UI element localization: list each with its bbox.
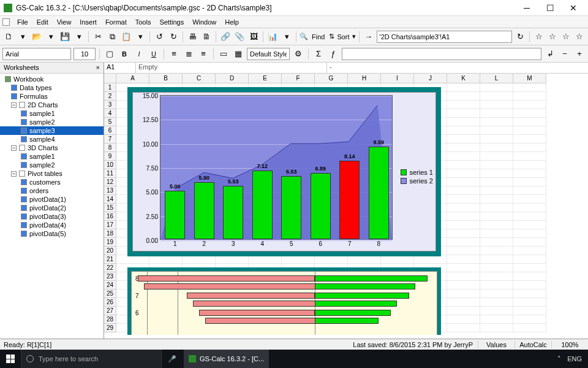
row-header[interactable]: 22 bbox=[104, 264, 116, 272]
taskbar-search[interactable]: Type here to search bbox=[21, 350, 162, 368]
col-header[interactable]: H bbox=[348, 74, 381, 83]
align-right-button[interactable]: ≡ bbox=[197, 48, 209, 60]
save-button[interactable]: 💾 bbox=[59, 31, 71, 43]
chart-bar-area[interactable]: 0.002.505.007.5010.0012.5015.005.0015.90… bbox=[127, 87, 441, 256]
menu-insert[interactable]: Insert bbox=[76, 17, 100, 27]
star-1[interactable]: ☆ bbox=[533, 31, 545, 43]
sum-button[interactable]: Σ bbox=[312, 48, 325, 60]
italic-button[interactable]: I bbox=[133, 48, 145, 60]
style-select[interactable] bbox=[247, 48, 290, 60]
row-header[interactable]: 18 bbox=[104, 229, 116, 238]
row-header[interactable]: 17 bbox=[104, 221, 116, 229]
plus-button[interactable]: + bbox=[573, 48, 586, 60]
find-box[interactable]: 🔍 Find bbox=[300, 33, 327, 40]
star-4[interactable]: ☆ bbox=[573, 31, 586, 43]
col-header[interactable]: E bbox=[249, 74, 282, 83]
col-header[interactable]: C bbox=[183, 74, 216, 83]
row-header[interactable]: 14 bbox=[104, 195, 116, 204]
row-header[interactable]: 26 bbox=[104, 298, 116, 307]
attach-button[interactable]: 📎 bbox=[233, 31, 246, 43]
chart-button[interactable]: 📊 bbox=[266, 31, 279, 43]
row-header[interactable]: 20 bbox=[104, 247, 116, 255]
col-header[interactable]: J bbox=[414, 74, 447, 83]
print-button[interactable]: 🖶 bbox=[186, 31, 198, 43]
menu-settings[interactable]: Settings bbox=[156, 17, 187, 27]
cut-button[interactable]: ✂ bbox=[92, 31, 104, 43]
tree-leaf[interactable]: sample1 bbox=[0, 152, 104, 161]
align-left-button[interactable]: ≡ bbox=[168, 48, 180, 60]
col-header[interactable]: B bbox=[149, 74, 183, 83]
row-header[interactable]: 12 bbox=[104, 178, 116, 186]
tree-leaf[interactable]: orders bbox=[0, 186, 104, 195]
star-3[interactable]: ☆ bbox=[560, 31, 572, 43]
col-header[interactable]: M bbox=[513, 74, 546, 83]
menu-help[interactable]: Help bbox=[221, 17, 243, 27]
tree-leaf[interactable]: pivotData(4) bbox=[0, 221, 104, 229]
new-button[interactable]: 🗋 bbox=[2, 31, 15, 43]
font-size-select[interactable] bbox=[74, 48, 96, 60]
row-header[interactable]: 15 bbox=[104, 204, 116, 212]
status-zoom[interactable]: 100% bbox=[551, 341, 588, 348]
tree-group[interactable]: Formulas bbox=[0, 92, 104, 101]
row-header[interactable]: 2 bbox=[104, 92, 116, 101]
menu-edit[interactable]: Edit bbox=[33, 17, 52, 27]
align-center-button[interactable]: ≣ bbox=[183, 48, 195, 60]
row-header[interactable]: 1 bbox=[104, 83, 116, 92]
fx-button[interactable]: ƒ bbox=[327, 48, 339, 60]
underline-button[interactable]: U bbox=[148, 48, 160, 60]
col-header[interactable]: I bbox=[381, 74, 414, 83]
menu-file[interactable]: File bbox=[13, 17, 32, 27]
row-header[interactable]: 11 bbox=[104, 169, 116, 178]
row-header[interactable]: 5 bbox=[104, 118, 116, 126]
row-header[interactable]: 7 bbox=[104, 135, 116, 144]
sort-box[interactable]: ⇅ Sort ▾ bbox=[329, 33, 355, 40]
link-button[interactable]: 🔗 bbox=[219, 31, 232, 43]
tree-leaf[interactable]: customers bbox=[0, 178, 104, 186]
star-2[interactable]: ☆ bbox=[546, 31, 559, 43]
redo-button[interactable]: ↻ bbox=[167, 31, 179, 43]
tree-group[interactable]: −3D Charts bbox=[0, 144, 104, 152]
open-button[interactable]: 📂 bbox=[31, 31, 43, 43]
undo-button[interactable]: ↺ bbox=[153, 31, 165, 43]
row-headers[interactable]: 1234567891011121314151617181920212223242… bbox=[104, 83, 116, 332]
enter-button[interactable]: ↲ bbox=[544, 48, 556, 60]
row-header[interactable]: 21 bbox=[104, 255, 116, 264]
start-button[interactable] bbox=[0, 350, 21, 368]
new-dropdown[interactable]: ▾ bbox=[17, 31, 29, 43]
spreadsheet-grid[interactable]: ABCDEFGHIJKLM 12345678910111213141516171… bbox=[104, 74, 588, 339]
tree-group[interactable]: −Pivot tables bbox=[0, 169, 104, 178]
fill-color-button[interactable]: ▭ bbox=[217, 48, 230, 60]
open-dropdown[interactable]: ▾ bbox=[45, 31, 57, 43]
copy-button[interactable]: ⧉ bbox=[106, 31, 118, 43]
row-header[interactable]: 25 bbox=[104, 289, 116, 298]
border-button[interactable]: ▢ bbox=[104, 48, 116, 60]
table-button[interactable]: ▦ bbox=[232, 48, 244, 60]
chart-dropdown[interactable]: ▾ bbox=[281, 31, 293, 43]
row-header[interactable]: 29 bbox=[104, 324, 116, 332]
col-header[interactable]: G bbox=[315, 74, 348, 83]
col-header[interactable]: D bbox=[216, 74, 249, 83]
bold-button[interactable]: B bbox=[118, 48, 130, 60]
row-header[interactable]: 6 bbox=[104, 126, 116, 135]
row-header[interactable]: 27 bbox=[104, 307, 116, 315]
menu-window[interactable]: Window bbox=[189, 17, 220, 27]
row-header[interactable]: 24 bbox=[104, 281, 116, 289]
mic-icon[interactable]: 🎤 bbox=[162, 355, 183, 363]
menu-format[interactable]: Format bbox=[102, 17, 130, 27]
save-dropdown[interactable]: ▾ bbox=[73, 31, 85, 43]
tree-group[interactable]: −2D Charts bbox=[0, 101, 104, 109]
minus-button[interactable]: − bbox=[559, 48, 571, 60]
tree-leaf[interactable]: pivotData(3) bbox=[0, 212, 104, 221]
address-input[interactable] bbox=[377, 31, 512, 43]
tree-leaf[interactable]: sample4 bbox=[0, 135, 104, 144]
tree-leaf[interactable]: pivotData(1) bbox=[0, 195, 104, 204]
menu-view[interactable]: View bbox=[53, 17, 75, 27]
row-header[interactable]: 13 bbox=[104, 186, 116, 195]
tree-leaf[interactable]: pivotData(2) bbox=[0, 204, 104, 212]
row-header[interactable]: 16 bbox=[104, 212, 116, 221]
row-header[interactable]: 10 bbox=[104, 161, 116, 169]
row-header[interactable]: 8 bbox=[104, 144, 116, 152]
tree-leaf[interactable]: sample3 bbox=[0, 126, 104, 135]
goto-button[interactable]: → bbox=[363, 31, 375, 43]
tree-group[interactable]: Data types bbox=[0, 83, 104, 92]
